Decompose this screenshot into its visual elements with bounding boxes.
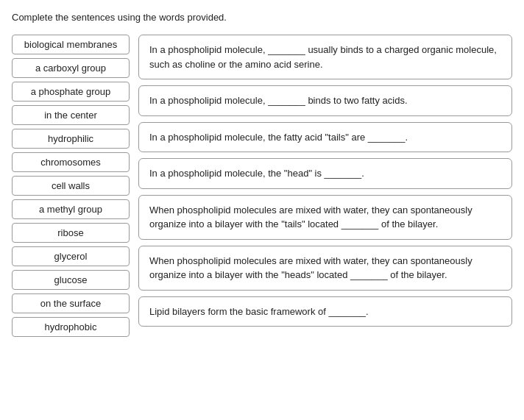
instruction-text: Complete the sentences using the words p… bbox=[12, 12, 512, 23]
sentence-box-0: In a phospholipid molecule, _______ usua… bbox=[138, 35, 512, 79]
word-item-0[interactable]: biological membranes bbox=[12, 35, 130, 54]
word-item-1[interactable]: a carboxyl group bbox=[12, 58, 130, 78]
word-item-4[interactable]: hydrophilic bbox=[12, 129, 130, 149]
sentence-box-1: In a phospholipid molecule, _______ bind… bbox=[138, 85, 512, 116]
sentence-box-2: In a phospholipid molecule, the fatty ac… bbox=[138, 122, 512, 153]
sentence-box-5: When phospholipid molecules are mixed wi… bbox=[138, 246, 512, 291]
word-item-5[interactable]: chromosomes bbox=[12, 152, 130, 172]
word-item-10[interactable]: glucose bbox=[12, 270, 130, 290]
word-item-2[interactable]: a phosphate group bbox=[12, 82, 130, 102]
main-layout: biological membranesa carboxyl groupa ph… bbox=[12, 35, 512, 337]
word-bank: biological membranesa carboxyl groupa ph… bbox=[12, 35, 130, 337]
word-item-12[interactable]: hydrophobic bbox=[12, 317, 130, 337]
word-item-11[interactable]: on the surface bbox=[12, 293, 130, 313]
sentence-box-6: Lipid bilayers form the basic framework … bbox=[138, 296, 512, 327]
word-item-3[interactable]: in the center bbox=[12, 105, 130, 125]
sentences-column: In a phospholipid molecule, _______ usua… bbox=[138, 35, 512, 337]
word-item-6[interactable]: cell walls bbox=[12, 176, 130, 196]
word-item-8[interactable]: ribose bbox=[12, 223, 130, 243]
sentence-box-4: When phospholipid molecules are mixed wi… bbox=[138, 195, 512, 240]
sentence-box-3: In a phospholipid molecule, the "head" i… bbox=[138, 158, 512, 189]
word-item-9[interactable]: glycerol bbox=[12, 246, 130, 266]
word-item-7[interactable]: a methyl group bbox=[12, 199, 130, 219]
